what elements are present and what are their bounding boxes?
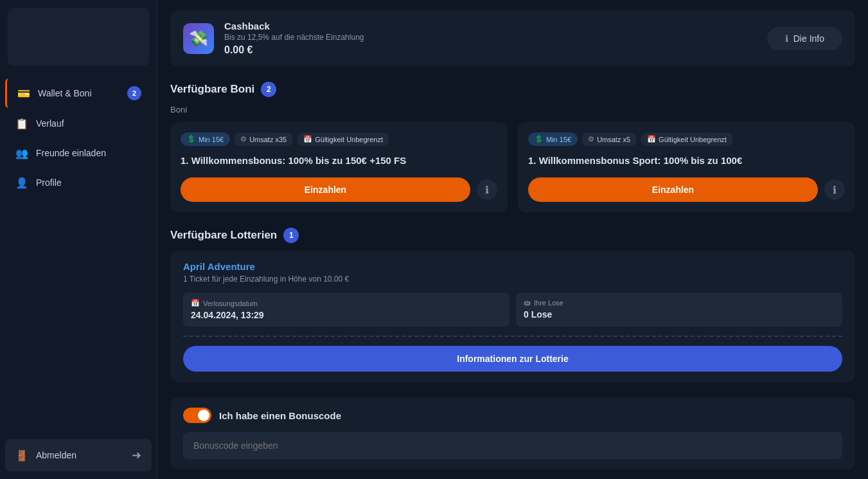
logout-arrow-icon: ➜ bbox=[132, 448, 141, 462]
bonuscode-toggle[interactable] bbox=[183, 408, 211, 423]
bonus2-tag-umsatz: ⚙ Umsatz x5 bbox=[581, 132, 637, 146]
sidebar-verlauf-label: Verlauf bbox=[36, 118, 64, 129]
bonus2-info-button[interactable]: ℹ bbox=[824, 179, 845, 200]
lottery-card: April Adventure 1 Ticket für jede Einzah… bbox=[170, 251, 855, 382]
bonuscode-header: Ich habe einen Bonuscode bbox=[183, 408, 842, 423]
sidebar-item-profile[interactable]: 👤 Profile bbox=[5, 168, 152, 197]
freunde-icon: 👥 bbox=[15, 147, 28, 159]
wallet-icon: 💳 bbox=[17, 87, 30, 100]
lottery-section-badge: 1 bbox=[283, 228, 299, 243]
bonus1-einzahlen-button[interactable]: Einzahlen bbox=[181, 177, 470, 202]
min-icon: 💲 bbox=[187, 135, 196, 143]
bonus-grid: 💲 Min 15€ ⚙ Umsatz x35 📅 Gültigkeit Unbe… bbox=[170, 122, 855, 212]
wallet-badge: 2 bbox=[127, 86, 141, 100]
bonus2-einzahlen-button[interactable]: Einzahlen bbox=[528, 177, 818, 202]
cashback-info: Cashback Bis zu 12,5% auf die nächste Ei… bbox=[224, 21, 757, 56]
cashback-button-label: Die Info bbox=[793, 33, 824, 44]
lottery-divider bbox=[183, 336, 842, 337]
main-content: 💸 Cashback Bis zu 12,5% auf die nächste … bbox=[157, 0, 868, 479]
bonuscode-section: Ich habe einen Bonuscode bbox=[170, 397, 855, 469]
bonuscode-label: Ich habe einen Bonuscode bbox=[219, 410, 341, 421]
lottery-title: April Adventure bbox=[183, 261, 842, 272]
logout-label: Abmelden bbox=[36, 450, 76, 460]
bonus1-title: 1. Willkommensbonus: 100% bis zu 150€ +1… bbox=[181, 154, 497, 167]
boni-section-title: Verfügbare Boni bbox=[170, 83, 254, 96]
logout-button[interactable]: 🚪 Abmelden ➜ bbox=[5, 439, 152, 471]
lottery-info-button[interactable]: Informationen zur Lotterie bbox=[183, 346, 842, 372]
info-icon: ℹ bbox=[785, 33, 788, 44]
bonus2-actions: Einzahlen ℹ bbox=[528, 177, 845, 202]
ihre-lose-label: 🎟 Ihre Lose bbox=[524, 299, 835, 307]
bonus1-tags: 💲 Min 15€ ⚙ Umsatz x35 📅 Gültigkeit Unbe… bbox=[181, 132, 497, 146]
calendar-icon: 📅 bbox=[303, 135, 312, 143]
cashback-description: Bis zu 12,5% auf die nächste Einzahlung bbox=[224, 33, 757, 42]
bonus2-title: 1. Willkommensbonus Sport: 100% bis zu 1… bbox=[528, 154, 845, 167]
bonus1-tag-min: 💲 Min 15€ bbox=[181, 132, 230, 146]
verlosungsdatum-label: 📅 Verlosungsdatum bbox=[191, 299, 502, 307]
verlosungsdatum-value: 24.04.2024, 13:29 bbox=[191, 310, 502, 320]
cashback-card: 💸 Cashback Bis zu 12,5% auf die nächste … bbox=[170, 10, 855, 66]
bonus-card-2: 💲 Min 15€ ⚙ Umsatz x5 📅 Gültigkeit Unbeg… bbox=[518, 122, 855, 212]
min2-icon: 💲 bbox=[535, 135, 544, 143]
sidebar-logo bbox=[8, 8, 149, 66]
sidebar-item-freunde[interactable]: 👥 Freunde einladen bbox=[5, 139, 152, 167]
profile-icon: 👤 bbox=[15, 176, 28, 189]
cashback-title: Cashback bbox=[224, 21, 757, 32]
bonus1-tag-gueltigkeit: 📅 Gültigkeit Unbegrenzt bbox=[297, 132, 389, 146]
calendar3-icon: 📅 bbox=[191, 299, 200, 307]
lottery-ihre-lose-cell: 🎟 Ihre Lose 0 Lose bbox=[516, 293, 842, 327]
bonus1-actions: Einzahlen ℹ bbox=[181, 177, 497, 202]
sidebar: 💳 Wallet & Boni 2 📋 Verlauf 👥 Freunde ei… bbox=[0, 0, 157, 479]
sidebar-freunde-label: Freunde einladen bbox=[36, 148, 106, 158]
lottery-section-header: Verfügbare Lotterien 1 bbox=[170, 228, 855, 243]
ihre-lose-value: 0 Lose bbox=[524, 309, 835, 320]
bonus2-tag-gueltigkeit: 📅 Gültigkeit Unbegrenzt bbox=[641, 132, 733, 146]
bonus1-info-button[interactable]: ℹ bbox=[477, 179, 497, 200]
lottery-section: Verfügbare Lotterien 1 April Adventure 1… bbox=[170, 228, 855, 382]
sidebar-navigation: 💳 Wallet & Boni 2 📋 Verlauf 👥 Freunde ei… bbox=[0, 73, 157, 202]
bonus1-tag-umsatz: ⚙ Umsatz x35 bbox=[234, 132, 293, 146]
boni-section-badge: 2 bbox=[261, 82, 276, 97]
sidebar-item-verlauf[interactable]: 📋 Verlauf bbox=[5, 109, 152, 138]
calendar2-icon: 📅 bbox=[647, 135, 656, 143]
lottery-verlosungsdatum-cell: 📅 Verlosungsdatum 24.04.2024, 13:29 bbox=[183, 293, 509, 327]
cashback-icon: 💸 bbox=[183, 23, 214, 54]
lottery-info-grid: 📅 Verlosungsdatum 24.04.2024, 13:29 🎟 Ih… bbox=[183, 293, 842, 327]
lottery-description: 1 Ticket für jede Einzahlung in Höhe von… bbox=[183, 275, 842, 284]
boni-label: Boni bbox=[170, 105, 855, 114]
bonus-card-1: 💲 Min 15€ ⚙ Umsatz x35 📅 Gültigkeit Unbe… bbox=[170, 122, 508, 212]
logout-icon: 🚪 bbox=[15, 449, 28, 462]
boni-section-header: Verfügbare Boni 2 bbox=[170, 82, 855, 97]
cashback-amount: 0.00 € bbox=[224, 44, 757, 56]
umsatz-icon: ⚙ bbox=[240, 135, 247, 143]
umsatz2-icon: ⚙ bbox=[588, 135, 594, 143]
lottery-section-title: Verfügbare Lotterien bbox=[170, 229, 277, 242]
ticket-icon: 🎟 bbox=[524, 299, 531, 307]
sidebar-wallet-label: Wallet & Boni bbox=[38, 88, 92, 98]
sidebar-item-wallet[interactable]: 💳 Wallet & Boni 2 bbox=[5, 78, 152, 108]
bonus2-tag-min: 💲 Min 15€ bbox=[528, 132, 578, 146]
cashback-info-button[interactable]: ℹ Die Info bbox=[767, 27, 842, 50]
verlauf-icon: 📋 bbox=[15, 117, 28, 130]
bonus2-tags: 💲 Min 15€ ⚙ Umsatz x5 📅 Gültigkeit Unbeg… bbox=[528, 132, 845, 146]
sidebar-profile-label: Profile bbox=[36, 177, 62, 188]
bonuscode-input[interactable] bbox=[183, 432, 842, 459]
